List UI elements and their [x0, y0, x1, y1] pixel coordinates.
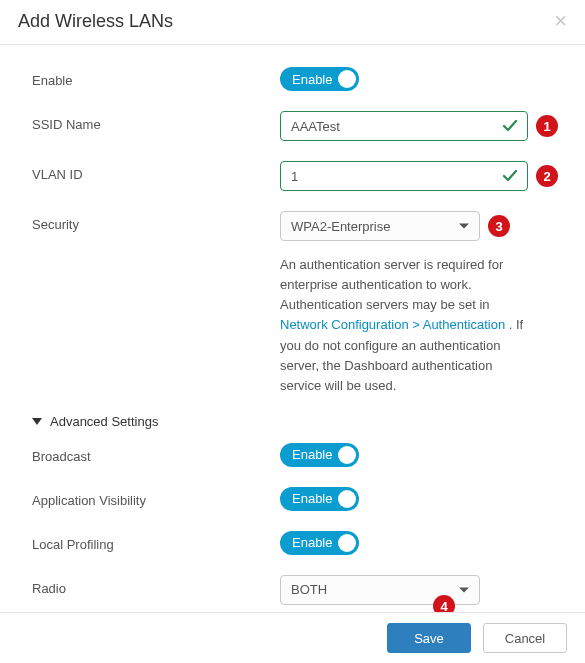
- advanced-settings-title: Advanced Settings: [50, 414, 158, 429]
- label-vlan-id: VLAN ID: [32, 161, 280, 182]
- toggle-knob-icon: [338, 490, 356, 508]
- toggle-localprof-label: Enable: [292, 535, 332, 550]
- step-badge-2: 2: [536, 165, 558, 187]
- close-icon[interactable]: ×: [554, 10, 567, 32]
- modal-title: Add Wireless LANs: [18, 11, 173, 32]
- row-security: Security WPA2-Enterprise 3: [32, 201, 567, 251]
- security-select-value: WPA2-Enterprise: [291, 219, 390, 234]
- cancel-button-label: Cancel: [505, 631, 545, 646]
- toggle-knob-icon: [338, 70, 356, 88]
- label-broadcast: Broadcast: [32, 443, 280, 464]
- toggle-broadcast-label: Enable: [292, 447, 332, 462]
- label-application-visibility: Application Visibility: [32, 487, 280, 508]
- row-vlan-id: VLAN ID 2: [32, 151, 567, 201]
- label-radio: Radio: [32, 575, 280, 596]
- toggle-broadcast[interactable]: Enable: [280, 443, 359, 467]
- row-application-visibility: Application Visibility Enable: [32, 477, 567, 521]
- row-enable: Enable Enable: [32, 57, 567, 101]
- toggle-application-visibility[interactable]: Enable: [280, 487, 359, 511]
- cancel-button[interactable]: Cancel: [483, 623, 567, 653]
- save-button-label: Save: [414, 631, 444, 646]
- toggle-enable-label: Enable: [292, 72, 332, 87]
- toggle-knob-icon: [338, 534, 356, 552]
- help-text-pre: An authentication server is required for…: [280, 257, 503, 312]
- modal-footer: Save Cancel: [0, 612, 585, 663]
- row-ssid-name: SSID Name 1: [32, 101, 567, 151]
- save-button[interactable]: Save: [387, 623, 471, 653]
- step-badge-1: 1: [536, 115, 558, 137]
- label-local-profiling: Local Profiling: [32, 531, 280, 552]
- ssid-name-input[interactable]: [280, 111, 528, 141]
- security-select[interactable]: WPA2-Enterprise: [280, 211, 480, 241]
- chevron-down-icon: [459, 224, 469, 229]
- toggle-enable[interactable]: Enable: [280, 67, 359, 91]
- label-ssid-name: SSID Name: [32, 111, 280, 132]
- chevron-down-icon: [459, 587, 469, 592]
- label-security: Security: [32, 211, 280, 232]
- modal-header: Add Wireless LANs ×: [0, 0, 585, 45]
- row-local-profiling: Local Profiling Enable: [32, 521, 567, 565]
- vlan-id-input[interactable]: [280, 161, 528, 191]
- toggle-appvis-label: Enable: [292, 491, 332, 506]
- advanced-settings-toggle[interactable]: Advanced Settings: [32, 396, 567, 433]
- chevron-down-icon: [32, 418, 42, 425]
- toggle-local-profiling[interactable]: Enable: [280, 531, 359, 555]
- label-enable: Enable: [32, 67, 280, 88]
- step-badge-3: 3: [488, 215, 510, 237]
- modal-body: Enable Enable SSID Name 1 VLAN ID: [0, 45, 585, 619]
- row-broadcast: Broadcast Enable: [32, 433, 567, 477]
- security-help-text: An authentication server is required for…: [280, 251, 527, 396]
- add-wireless-lans-modal: Add Wireless LANs × Enable Enable SSID N…: [0, 0, 585, 663]
- network-config-auth-link[interactable]: Network Configuration > Authentication: [280, 317, 505, 332]
- toggle-knob-icon: [338, 446, 356, 464]
